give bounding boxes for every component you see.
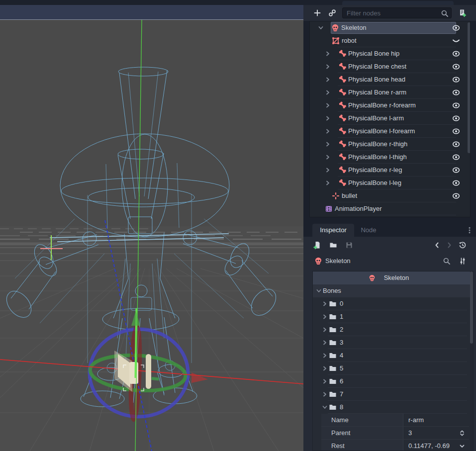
folder-icon	[329, 364, 337, 372]
inspector-tools-button[interactable]	[459, 257, 467, 265]
history-back-button[interactable]	[433, 241, 441, 249]
bone-row-5[interactable]: 5	[313, 362, 473, 375]
visibility-eye-icon[interactable]	[452, 192, 460, 200]
bone-row-6[interactable]: 6	[313, 375, 473, 388]
tree-row[interactable]: PhysicalBone r-thigh	[310, 138, 470, 151]
visibility-eye-icon[interactable]	[452, 24, 460, 32]
bone-row-3[interactable]: 3	[313, 336, 473, 349]
expand-arrow-icon[interactable]	[324, 89, 332, 96]
tree-row[interactable]: PhysicalBone r-leg	[310, 164, 470, 177]
category-bones[interactable]: Bones	[313, 284, 473, 297]
tree-row[interactable]: robot	[310, 34, 470, 47]
skeleton-skull-icon	[331, 24, 339, 32]
tree-node-label: Physical Bone chest	[348, 63, 406, 70]
expand-arrow-icon[interactable]	[321, 339, 329, 347]
expand-arrow-icon[interactable]	[324, 50, 332, 58]
tree-row[interactable]: PhysicalBone l-thigh	[310, 151, 470, 164]
property-value-rest[interactable]: 0.11477, -0.69	[403, 440, 470, 451]
new-resource-button[interactable]	[313, 241, 321, 249]
expand-arrow-icon[interactable]	[321, 364, 329, 372]
visibility-eye-icon[interactable]	[452, 179, 460, 187]
bone-row-2[interactable]: 2	[313, 323, 473, 336]
object-history-button[interactable]	[459, 241, 467, 249]
visibility-eye-closed-icon[interactable]	[452, 37, 460, 45]
save-resource-button[interactable]	[345, 241, 353, 249]
visibility-eye-icon[interactable]	[452, 63, 460, 71]
folder-icon	[329, 377, 337, 385]
collapse-arrow-icon[interactable]	[321, 403, 329, 411]
expand-arrow-icon[interactable]	[321, 326, 329, 334]
expand-arrow-icon[interactable]	[324, 76, 332, 84]
visibility-eye-icon[interactable]	[452, 140, 460, 148]
expand-arrow-icon[interactable]	[321, 390, 329, 398]
visibility-eye-icon[interactable]	[452, 76, 460, 84]
tree-node-label: AnimationPlayer	[335, 205, 382, 212]
add-node-button[interactable]	[313, 9, 321, 17]
expand-arrow-icon[interactable]	[321, 377, 329, 385]
tree-row[interactable]: Skeleton	[310, 21, 470, 34]
visibility-eye-icon[interactable]	[452, 50, 460, 58]
property-label: Parent	[331, 429, 350, 437]
bone-icon	[338, 166, 346, 174]
tree-row[interactable]: PhysicalBone l-leg	[310, 177, 470, 189]
3d-viewport[interactable]	[0, 20, 303, 451]
dropdown-caret-icon[interactable]	[458, 442, 466, 450]
filter-nodes-input[interactable]	[343, 8, 451, 18]
ground-plane	[0, 226, 303, 451]
attach-script-button[interactable]	[458, 9, 466, 17]
expand-arrow-icon[interactable]	[321, 300, 329, 308]
history-forward-button[interactable]	[445, 241, 453, 249]
visibility-eye-icon[interactable]	[452, 114, 460, 122]
bone-row-4[interactable]: 4	[313, 349, 473, 362]
expand-arrow-icon[interactable]	[324, 179, 332, 187]
inspector-object-row: Skeleton	[303, 254, 476, 269]
expand-arrow-icon[interactable]	[324, 114, 332, 122]
tree-row[interactable]: PhysicalBone r-forearm	[310, 99, 470, 112]
bone-row-0[interactable]: 0	[313, 297, 473, 310]
inspector-scrollbar-thumb[interactable]	[470, 271, 473, 344]
instance-scene-button[interactable]	[328, 9, 336, 17]
tree-row[interactable]: bullet	[310, 189, 470, 202]
load-resource-button[interactable]	[329, 241, 337, 249]
bone-row-8[interactable]: 8	[313, 401, 473, 414]
inspector-panel: Skeleton Skeleton Bones 012345678 Name r…	[303, 237, 476, 451]
dock-menu-icon[interactable]	[466, 226, 474, 234]
visibility-eye-icon[interactable]	[452, 101, 460, 109]
tree-row[interactable]: PhysicalBone l-arm	[310, 112, 470, 125]
visibility-eye-icon[interactable]	[452, 89, 460, 96]
tree-node-label: PhysicalBone r-thigh	[348, 140, 407, 148]
expand-arrow-icon[interactable]	[324, 140, 332, 148]
tab-node[interactable]: Node	[354, 224, 383, 237]
property-value-name[interactable]: r-arm	[403, 414, 470, 427]
expand-arrow-icon[interactable]	[321, 313, 329, 321]
expand-arrow-icon[interactable]	[324, 63, 332, 71]
collapse-arrow-icon[interactable]	[317, 24, 325, 32]
bone-row-1[interactable]: 1	[313, 310, 473, 323]
property-row-rest: Rest 0.11477, -0.69	[313, 440, 473, 451]
tree-row[interactable]: Physical Bone r-arm	[310, 86, 470, 99]
expand-arrow-icon[interactable]	[324, 153, 332, 161]
folder-icon	[329, 352, 337, 360]
property-row-parent: Parent 3	[313, 427, 473, 440]
expand-arrow-icon[interactable]	[321, 352, 329, 360]
visibility-eye-icon[interactable]	[452, 127, 460, 135]
expand-arrow-icon[interactable]	[324, 127, 332, 135]
inspector-search-button[interactable]	[443, 257, 451, 265]
tree-row[interactable]: Physical Bone hip	[310, 47, 470, 60]
scene-tree-scrollbar[interactable]	[468, 22, 471, 153]
tree-row[interactable]: Physical Bone chest	[310, 60, 470, 73]
property-value-parent[interactable]: 3	[403, 427, 470, 440]
godot-editor: SkeletonrobotPhysical Bone hipPhysical B…	[0, 0, 476, 451]
tree-row[interactable]: AnimationPlayer	[310, 202, 470, 215]
tab-inspector[interactable]: Inspector	[312, 224, 354, 237]
bone-icon	[338, 63, 346, 71]
expand-arrow-icon[interactable]	[324, 101, 332, 109]
spinbox-stepper-icon[interactable]	[458, 429, 466, 437]
bone-row-7[interactable]: 7	[313, 388, 473, 401]
tree-row[interactable]: Physical Bone head	[310, 73, 470, 86]
visibility-eye-icon[interactable]	[452, 153, 460, 161]
tree-row[interactable]: PhysicalBone l-forearm	[310, 125, 470, 138]
expand-arrow-icon[interactable]	[324, 166, 332, 174]
visibility-eye-icon[interactable]	[452, 166, 460, 174]
bone-icon	[338, 140, 346, 148]
